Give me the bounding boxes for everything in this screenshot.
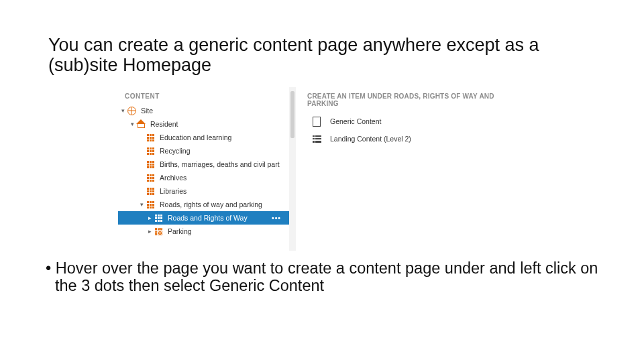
- caret-right-icon: ▸: [146, 228, 153, 235]
- content-tree: ▾ Site ▾ Resident Education and learning: [118, 104, 289, 238]
- grid-outline-icon: [153, 228, 164, 235]
- tree-item[interactable]: Archives: [118, 171, 289, 184]
- instruction-bullet: Hover over the page you want to create a…: [55, 259, 612, 295]
- tree-item-selected[interactable]: ▸ Roads and Rights of Way •••: [118, 211, 289, 225]
- tree-item[interactable]: Libraries: [118, 184, 289, 198]
- tree-item-resident[interactable]: ▾ Resident: [118, 117, 289, 131]
- globe-icon: [126, 107, 137, 115]
- grid-icon: [145, 201, 156, 208]
- tree-item[interactable]: Education and learning: [118, 131, 289, 144]
- create-item-header: CREATE AN ITEM UNDER ROADS, RIGHTS OF WA…: [301, 87, 533, 113]
- tree-item[interactable]: Births, marriages, deaths and civil part: [118, 158, 289, 171]
- caret-down-icon: ▾: [129, 121, 136, 127]
- create-option-landing-content[interactable]: Landing Content (Level 2): [301, 130, 533, 147]
- grid-icon: [145, 134, 156, 141]
- tree-item-label: Births, marriages, deaths and civil part: [160, 160, 285, 168]
- tree-item-label: Roads, rights of way and parking: [160, 200, 285, 208]
- grid-icon: [145, 174, 156, 182]
- tree-item-label: Education and learning: [160, 133, 285, 141]
- create-option-generic-content[interactable]: Generic Content: [301, 113, 533, 130]
- grid-icon: [145, 161, 156, 168]
- tree-item-label: Archives: [160, 174, 285, 182]
- cms-screenshot: CONTENT ▾ Site ▾ Resident Education: [118, 87, 533, 251]
- grid-icon: [145, 147, 156, 155]
- tree-item-label: Resident: [150, 120, 285, 128]
- tree-item[interactable]: Recycling: [118, 144, 289, 158]
- list-icon: [309, 135, 325, 143]
- tree-item-label: Site: [141, 107, 285, 115]
- caret-down-icon: ▾: [138, 201, 145, 208]
- grid-icon: [145, 188, 156, 195]
- tree-item-label: Parking: [168, 227, 285, 235]
- create-item-pane: CREATE AN ITEM UNDER ROADS, RIGHTS OF WA…: [301, 87, 533, 251]
- tree-scrollbar[interactable]: [289, 87, 296, 251]
- create-option-label: Generic Content: [330, 117, 381, 125]
- home-icon: [136, 121, 146, 128]
- tree-item[interactable]: ▾ Roads, rights of way and parking: [118, 198, 289, 211]
- content-tree-pane: CONTENT ▾ Site ▾ Resident Education: [118, 87, 289, 251]
- tree-item-label: Libraries: [160, 187, 285, 195]
- slide-title: You can create a generic content page an…: [48, 36, 598, 75]
- scrollbar-thumb[interactable]: [290, 91, 294, 138]
- caret-down-icon: ▾: [119, 107, 126, 114]
- content-tree-header: CONTENT: [118, 87, 289, 103]
- tree-item[interactable]: ▸ Parking: [118, 225, 289, 238]
- create-option-label: Landing Content (Level 2): [330, 135, 411, 143]
- tree-item-label: Roads and Rights of Way: [168, 214, 268, 222]
- grid-icon: [153, 215, 164, 222]
- tree-item-label: Recycling: [160, 147, 285, 155]
- actions-menu-dots[interactable]: •••: [268, 214, 285, 222]
- caret-right-icon: ▸: [146, 215, 153, 221]
- page-icon: [309, 117, 325, 127]
- tree-item-site[interactable]: ▾ Site: [118, 104, 289, 117]
